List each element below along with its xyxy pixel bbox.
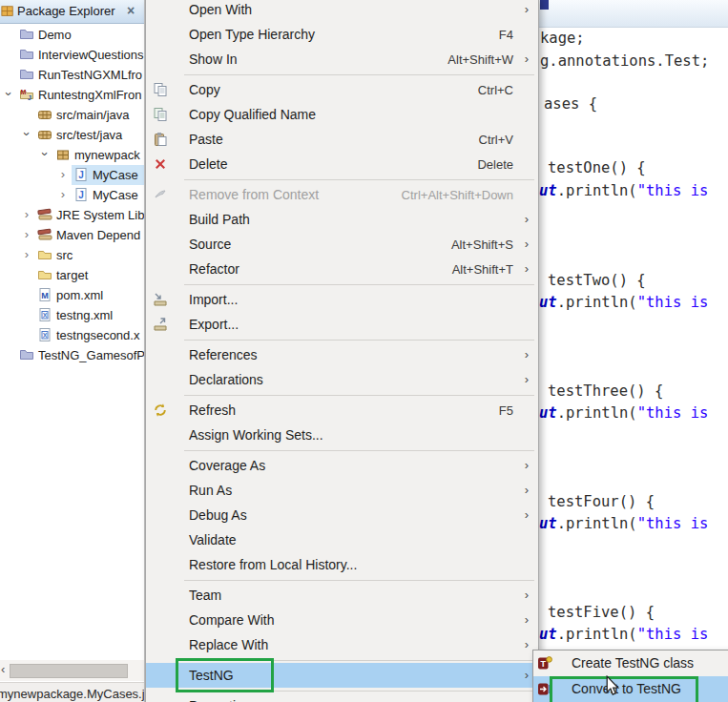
submenu-arrow-icon: › xyxy=(525,212,529,226)
project-folder-icon xyxy=(19,347,34,362)
svg-text:M: M xyxy=(41,291,49,300)
menu-item-run-as[interactable]: Run As› xyxy=(146,478,538,503)
menu-item-refactor[interactable]: RefactorAlt+Shift+T› xyxy=(146,257,538,281)
tree-item-jre-system-libr[interactable]: ›JRE System Libr xyxy=(0,205,144,225)
code-line: g.annotations.Test; xyxy=(540,52,709,71)
blank-icon xyxy=(153,557,168,572)
tree-item-demo[interactable]: Demo xyxy=(0,25,144,45)
menu-item-testng[interactable]: TestNG› xyxy=(146,663,538,688)
code-line: testTwo() { xyxy=(548,271,646,290)
code-editor[interactable]: kage;g.annotations.Test;ases {testOne() … xyxy=(537,0,728,702)
submenu-arrow-icon: › xyxy=(525,507,529,522)
library-icon xyxy=(37,207,52,222)
menu-item-shortcut: Delete xyxy=(477,157,513,172)
library-icon xyxy=(37,227,52,242)
tree-item-mynewpack[interactable]: ›mynewpack xyxy=(0,145,144,165)
tree-item-src-main-java[interactable]: src/main/java xyxy=(0,105,144,125)
tree-item-testng-gamesofpr[interactable]: TestNG_GamesofPr xyxy=(0,345,144,365)
menu-item-label: Export... xyxy=(189,317,239,332)
menu-item-properties[interactable]: PropertiesAlt+Enter xyxy=(146,693,538,702)
tree-item-target[interactable]: target xyxy=(0,265,144,285)
menu-item-references[interactable]: References› xyxy=(146,342,538,367)
scroll-left-arrow[interactable]: ‹ xyxy=(1,662,5,676)
tree-item-runtestngxmlfro[interactable]: RunTestNGXMLfro xyxy=(0,65,144,85)
submenu-item-convert-to-testng[interactable]: Convert to TestNG xyxy=(533,676,728,702)
blank-icon xyxy=(153,261,168,277)
code-segment: testFour() { xyxy=(548,493,655,510)
export-icon xyxy=(153,317,168,332)
code-line: testFive() { xyxy=(548,603,655,622)
tree-item-testngsecond-x[interactable]: Xtestngsecond.x xyxy=(0,325,144,345)
code-segment: testTwo() { xyxy=(548,272,646,289)
chevron-collapsed-icon[interactable]: › xyxy=(21,247,32,261)
code-segment: .println( xyxy=(557,294,637,311)
code-segment: g.annotations.Test; xyxy=(540,52,709,70)
tree-item-src[interactable]: ›src xyxy=(0,245,144,265)
menu-item-assign-working-sets[interactable]: Assign Working Sets... xyxy=(146,423,538,447)
chevron-expanded-icon[interactable]: › xyxy=(2,89,16,100)
code-line: testOne() { xyxy=(548,158,646,177)
chevron-collapsed-icon[interactable]: › xyxy=(21,227,32,241)
menu-item-open-with[interactable]: Open With› xyxy=(146,0,538,22)
tree-item-src-test-java[interactable]: ›src/test/java xyxy=(0,125,144,145)
code-segment: "this is xyxy=(637,515,709,532)
code-segment: testOne() { xyxy=(548,159,646,176)
project-folder-icon xyxy=(19,67,34,82)
tree-item-pom-xml[interactable]: Mpom.xml xyxy=(0,285,144,305)
menu-item-shortcut: Alt+Shift+S xyxy=(451,237,513,252)
scrollbar-thumb[interactable] xyxy=(10,664,128,678)
close-icon[interactable]: × xyxy=(127,3,135,18)
tree-item-mycase[interactable]: ›JMyCase xyxy=(0,185,144,205)
menu-item-label: TestNG xyxy=(189,668,234,683)
chevron-expanded-icon[interactable]: › xyxy=(38,149,52,160)
java-file-icon: J xyxy=(73,187,89,202)
menu-item-export[interactable]: Export... xyxy=(146,312,538,337)
menu-item-coverage-as[interactable]: Coverage As› xyxy=(146,453,538,478)
tree-item-testng-xml[interactable]: Xtestng.xml xyxy=(0,305,144,325)
menu-item-import[interactable]: Import... xyxy=(146,287,538,312)
menu-item-label: Assign Working Sets... xyxy=(189,427,323,443)
menu-item-compare-with[interactable]: Compare With› xyxy=(146,608,538,632)
menu-item-team[interactable]: Team› xyxy=(146,583,538,608)
menu-item-refresh[interactable]: RefreshF5 xyxy=(146,398,538,423)
submenu-item-create-testng-class[interactable]: TCreate TestNG class xyxy=(533,650,728,676)
code-line: testFour() { xyxy=(548,492,655,511)
chevron-expanded-icon[interactable]: › xyxy=(20,129,34,140)
tree-item-mycase[interactable]: ›JMyCase xyxy=(0,165,144,185)
tree-item-runtestngxmlfron[interactable]: ›MJRuntestngXmlFron xyxy=(0,85,144,105)
folder-icon xyxy=(37,247,52,262)
horizontal-scrollbar[interactable]: ‹ xyxy=(0,660,144,681)
menu-item-shortcut: F4 xyxy=(499,28,513,42)
menu-item-build-path[interactable]: Build Path› xyxy=(146,207,538,232)
tree-item-interviewquestions[interactable]: InterviewQuestions xyxy=(0,45,144,65)
menu-item-copy[interactable]: CopyCtrl+C xyxy=(146,77,538,102)
menu-item-shortcut: Alt+Shift+T xyxy=(452,262,513,277)
tree-item-label: RuntestngXmlFron xyxy=(38,88,141,102)
tree-item-label: src/main/java xyxy=(56,108,130,122)
menu-item-label: Refactor xyxy=(189,261,239,277)
blank-icon xyxy=(153,427,168,443)
menu-item-label: Remove from Context xyxy=(189,187,319,202)
code-segment: ases { xyxy=(544,95,597,113)
menu-item-paste[interactable]: PasteCtrl+V xyxy=(146,127,538,152)
menu-item-copy-qualified-name[interactable]: Copy Qualified Name xyxy=(146,102,538,127)
chevron-collapsed-icon[interactable]: › xyxy=(57,187,69,201)
menu-item-replace-with[interactable]: Replace With› xyxy=(146,632,538,657)
menu-item-declarations[interactable]: Declarations› xyxy=(146,367,538,392)
menu-item-debug-as[interactable]: Debug As› xyxy=(146,503,538,527)
menu-item-open-type-hierarchy[interactable]: Open Type HierarchyF4 xyxy=(146,22,538,47)
menu-item-shortcut: Ctrl+C xyxy=(478,83,513,97)
menu-item-validate[interactable]: Validate xyxy=(146,527,538,552)
chevron-collapsed-icon[interactable]: › xyxy=(21,207,32,221)
copy-qualified-icon xyxy=(153,107,168,122)
menu-item-delete[interactable]: DeleteDelete xyxy=(146,152,538,176)
menu-item-source[interactable]: SourceAlt+Shift+S› xyxy=(146,232,538,257)
code-line: testThree() { xyxy=(548,382,663,401)
menu-item-show-in[interactable]: Show InAlt+Shift+W› xyxy=(146,47,538,72)
menu-item-restore-from-local-history[interactable]: Restore from Local History... xyxy=(146,552,538,577)
tree-item-maven-depend[interactable]: ›Maven Depend xyxy=(0,225,144,245)
tree-item-label: JRE System Libr xyxy=(56,208,144,222)
code-line: kage; xyxy=(540,29,585,48)
status-text: mynewpackage.MyCases.j xyxy=(0,687,144,701)
chevron-collapsed-icon[interactable]: › xyxy=(57,167,69,181)
